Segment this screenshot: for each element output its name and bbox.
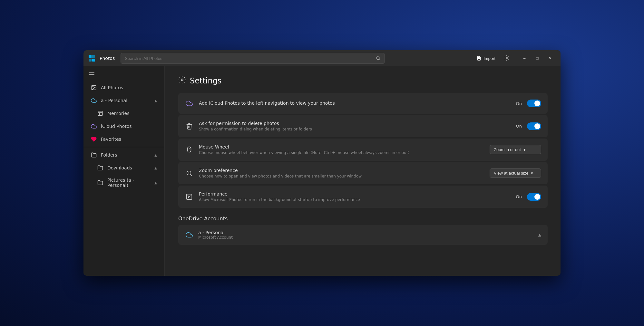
onedrive-account-info: a - Personal Microsoft Account: [198, 230, 534, 240]
titlebar-actions: Import: [473, 54, 512, 63]
memories-icon: [97, 110, 103, 117]
sidebar-label-folders: Folders: [101, 152, 117, 158]
setting-icloud-nav: Add iCloud Photos to the left navigation…: [178, 93, 548, 114]
setting-performance-name: Performance: [199, 191, 511, 197]
favorites-icon: [91, 136, 97, 142]
chevron-down-icon: ▾: [523, 147, 526, 152]
svg-rect-12: [98, 111, 102, 116]
setting-delete-permission: Ask for permission to delete photos Show…: [178, 115, 548, 137]
setting-zoom-desc: Choose how to open and view photos and v…: [199, 174, 484, 178]
app-body: All Photos a - Personal ▲: [83, 66, 561, 276]
svg-line-21: [188, 196, 190, 198]
downloads-folder-icon: [97, 165, 103, 171]
sidebar-item-icloud[interactable]: iCloud Photos: [85, 120, 162, 132]
search-input[interactable]: [125, 56, 373, 61]
sidebar-label-downloads: Downloads: [107, 165, 132, 170]
setting-delete-desc: Show a confirmation dialog when deleting…: [199, 127, 511, 131]
mouse-wheel-dropdown-value: Zoom in or out: [494, 147, 521, 152]
sidebar-item-favorites[interactable]: Favorites: [85, 133, 162, 145]
onedrive-account-type: Microsoft Account: [198, 235, 534, 240]
chevron-up-account-icon: ▲: [538, 233, 541, 237]
setting-performance-desc: Allow Microsoft Photos to run in the bac…: [199, 197, 511, 202]
sidebar-item-all-photos[interactable]: All Photos: [85, 82, 162, 94]
svg-point-6: [506, 57, 508, 59]
minimize-button[interactable]: –: [518, 53, 531, 64]
svg-rect-3: [92, 59, 95, 62]
hamburger-button[interactable]: [83, 69, 164, 80]
setting-performance-control: On: [516, 193, 541, 201]
svg-line-17: [190, 175, 192, 176]
sidebar-item-pictures[interactable]: Pictures (a - Personal) ▲: [85, 175, 162, 191]
zoom-preference-dropdown[interactable]: View at actual size ▾: [490, 168, 541, 178]
chevron-up-icon: ▲: [154, 99, 157, 102]
search-bar: [121, 53, 385, 64]
pictures-folder-icon: [97, 179, 103, 186]
sidebar-label-pictures: Pictures (a - Personal): [107, 177, 151, 188]
sidebar-label-all-photos: All Photos: [101, 85, 123, 90]
sidebar-item-folders[interactable]: Folders ▲: [85, 149, 162, 161]
app-title: Photos: [100, 56, 115, 61]
sidebar-label-icloud: iCloud Photos: [101, 124, 132, 129]
svg-point-4: [376, 57, 379, 60]
setting-mouse-desc: Choose mouse wheel behavior when viewing…: [199, 150, 484, 155]
mouse-wheel-dropdown[interactable]: Zoom in or out ▾: [490, 145, 541, 154]
icloud-nav-toggle[interactable]: [527, 100, 541, 107]
zoom-icon: [185, 169, 194, 178]
setting-mouse-wheel: Mouse Wheel Choose mouse wheel behavior …: [178, 139, 548, 161]
setting-delete-name: Ask for permission to delete photos: [199, 121, 511, 126]
search-button[interactable]: [376, 56, 381, 61]
settings-title: Settings: [190, 76, 221, 85]
delete-toggle[interactable]: [527, 122, 541, 130]
icloud-row-icon: [185, 99, 194, 108]
svg-rect-0: [89, 55, 92, 58]
chevron-up-downloads-icon: ▲: [154, 166, 157, 170]
cloud-icon: [91, 97, 97, 104]
svg-rect-9: [89, 76, 94, 77]
sidebar: All Photos a - Personal ▲: [83, 66, 164, 276]
import-button[interactable]: Import: [473, 54, 499, 62]
onedrive-account-card[interactable]: a - Personal Microsoft Account ▲: [178, 225, 548, 245]
window-controls: – □ ✕: [518, 53, 557, 64]
svg-rect-8: [89, 74, 94, 75]
svg-rect-7: [89, 72, 94, 73]
onedrive-section-label: OneDrive Accounts: [178, 216, 548, 222]
sidebar-item-memories[interactable]: Memories: [85, 107, 162, 120]
trash-icon: [185, 122, 194, 131]
setting-zoom-name: Zoom preference: [199, 168, 484, 173]
sidebar-item-downloads[interactable]: Downloads ▲: [85, 162, 162, 174]
settings-button[interactable]: [501, 54, 512, 63]
setting-delete-info: Ask for permission to delete photos Show…: [199, 121, 511, 131]
svg-rect-14: [188, 147, 191, 152]
mouse-icon: [185, 145, 194, 154]
setting-performance: Performance Allow Microsoft Photos to ru…: [178, 186, 548, 208]
sidebar-label-memories: Memories: [107, 111, 129, 116]
sidebar-label-favorites: Favorites: [101, 137, 121, 142]
chevron-up-folders-icon: ▲: [154, 153, 157, 157]
sidebar-label-personal: a - Personal: [101, 98, 127, 103]
svg-line-5: [379, 59, 380, 61]
setting-zoom-control: View at actual size ▾: [490, 168, 541, 178]
app-window: Photos Import: [83, 50, 561, 276]
setting-zoom-preference: Zoom preference Choose how to open and v…: [178, 162, 548, 184]
performance-toggle[interactable]: [527, 193, 541, 201]
folder-icon: [91, 152, 97, 158]
close-button[interactable]: ✕: [544, 53, 557, 64]
chevron-down-zoom-icon: ▾: [531, 171, 533, 176]
setting-mouse-info: Mouse Wheel Choose mouse wheel behavior …: [199, 144, 484, 155]
settings-main: Settings Add iCloud Photos to the left n…: [165, 66, 561, 276]
sidebar-item-personal[interactable]: a - Personal ▲: [85, 94, 162, 107]
settings-header: Settings: [178, 76, 548, 85]
setting-zoom-info: Zoom preference Choose how to open and v…: [199, 168, 484, 178]
svg-rect-2: [89, 59, 92, 62]
maximize-button[interactable]: □: [531, 53, 544, 64]
svg-rect-1: [92, 55, 95, 58]
chevron-up-pictures-icon: ▲: [154, 181, 157, 185]
setting-mouse-name: Mouse Wheel: [199, 144, 484, 149]
titlebar: Photos Import: [83, 50, 561, 66]
svg-point-11: [93, 86, 93, 87]
svg-point-13: [181, 79, 183, 81]
import-label: Import: [483, 56, 495, 61]
zoom-preference-dropdown-value: View at actual size: [494, 171, 528, 176]
setting-icloud-nav-info: Add iCloud Photos to the left navigation…: [199, 101, 511, 107]
sidebar-divider-line: [83, 147, 164, 147]
